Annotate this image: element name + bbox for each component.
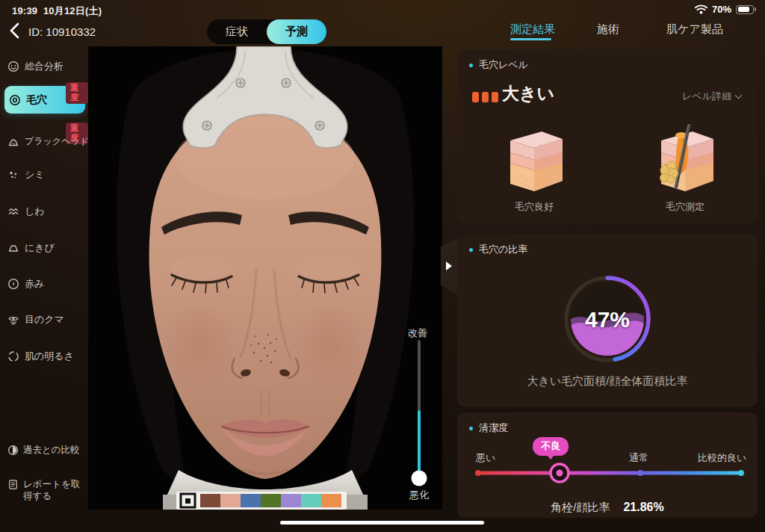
patient-id: ID: 10910332 <box>28 25 96 38</box>
metric-row: 角栓/顔比率21.86% <box>457 501 758 515</box>
level-square <box>472 92 479 102</box>
pore-ratio-gauge: 47% <box>558 270 657 368</box>
sidebar-item-label: レポートを取得する <box>23 478 81 502</box>
sidebar-item-label: 毛穴 <box>26 93 47 107</box>
redness-icon <box>7 278 19 290</box>
sidebar-item-label: 過去との比較 <box>23 444 80 456</box>
pore-level-value: 大きい <box>502 82 554 105</box>
pore-ratio-card: 毛穴の比率 47% 大きい毛穴面積/顔全体面積比率 <box>457 234 758 407</box>
tab-skincare[interactable]: 肌ケア製品 <box>666 22 723 37</box>
sidebar-item-label: 目のクマ <box>25 313 64 327</box>
wifi-icon <box>695 4 707 14</box>
tab-treatment[interactable]: 施術 <box>597 22 619 37</box>
bullet-icon <box>469 64 473 67</box>
toggle-prediction[interactable]: 予測 <box>267 19 326 44</box>
sidebar-item-label: 肌の明るさ <box>25 350 74 363</box>
sidebar-item-overall[interactable]: 総合分析 <box>7 60 64 73</box>
sidebar-item-spots[interactable]: シミ <box>7 168 45 182</box>
sidebar-item-acne[interactable]: にきび <box>7 241 55 255</box>
back-button[interactable] <box>9 22 25 42</box>
chevron-down-icon <box>735 92 743 99</box>
status-bar: 19:39 10月12日(土) 70% <box>0 0 765 19</box>
panel-expand-handle[interactable] <box>439 235 457 297</box>
bullet-icon <box>469 427 473 430</box>
level-square <box>482 92 489 102</box>
active-tab-underline <box>510 38 551 40</box>
sidebar-item-wrinkles[interactable]: しわ <box>7 205 45 218</box>
clock-and-date: 19:39 10月12日(土) <box>12 4 102 18</box>
severity-badge-pores: 重度 <box>66 82 88 104</box>
level-detail-button[interactable]: レベル詳細 <box>682 90 741 103</box>
face-photo-viewer: 改善 悪化 <box>88 46 442 510</box>
pore-ratio-title: 毛穴の比率 <box>479 243 527 256</box>
prediction-slider[interactable] <box>411 338 427 500</box>
cleanliness-slider[interactable] <box>472 462 747 484</box>
dark-circle-icon <box>7 314 19 326</box>
sidebar-item-label: シミ <box>25 168 45 182</box>
face-analysis-icon <box>7 61 19 72</box>
pore-good-illustration: 毛穴良好 <box>493 124 575 214</box>
battery-percent: 70% <box>712 4 731 15</box>
result-tabs: 測定結果 施術 肌ケア製品 <box>478 21 762 46</box>
pore-level-card: 毛穴レベル 大きい レベル詳細 <box>457 49 758 224</box>
skin-cube-good-icon <box>503 124 566 193</box>
acne-icon <box>7 242 19 254</box>
cleanliness-title: 清潔度 <box>479 421 508 435</box>
back-chevron-icon <box>9 22 19 39</box>
status-date: 10月12日(土) <box>43 5 102 16</box>
pore-level-indicator <box>472 92 498 102</box>
sidebar-item-label: 総合分析 <box>25 60 64 73</box>
sidebar-item-dark-circles[interactable]: 目のクマ <box>7 313 64 327</box>
sidebar-item-compare-history[interactable]: 過去との比較 <box>7 444 80 456</box>
sidebar-item-label: ブラックヘッド <box>25 135 89 148</box>
metric-label: 角栓/顔比率 <box>551 501 610 513</box>
battery-icon <box>736 5 756 14</box>
sidebar-item-label: しわ <box>25 205 45 218</box>
sidebar-item-label: にきび <box>25 241 55 255</box>
blackhead-icon <box>7 136 19 148</box>
skin-cube-measure-icon <box>654 124 716 193</box>
face-photo <box>88 46 442 510</box>
cleanliness-status-bubble: 不良 <box>533 437 569 456</box>
wrinkle-icon <box>7 205 19 217</box>
pore-good-caption: 毛穴良好 <box>493 200 575 214</box>
slider-worsen-label: 悪化 <box>409 489 429 502</box>
level-square <box>492 92 498 102</box>
sidebar-item-blackhead[interactable]: ブラックヘッド <box>7 135 89 148</box>
metric-value: 21.86% <box>623 501 663 513</box>
sidebar-item-redness[interactable]: 赤み <box>7 277 44 291</box>
bullet-icon <box>469 248 473 252</box>
home-indicator[interactable] <box>280 521 484 525</box>
sidebar: 総合分析 毛穴 重度 重度 ブラックヘッド シミ しわ <box>0 46 88 532</box>
mode-toggle: 症状 予測 <box>207 19 326 44</box>
sidebar-item-brightness[interactable]: 肌の明るさ <box>7 350 74 363</box>
pore-measure-caption: 毛穴測定 <box>644 200 726 214</box>
sidebar-item-label: 赤み <box>25 277 44 291</box>
status-time: 19:39 <box>12 5 37 16</box>
report-icon <box>7 479 19 490</box>
compare-icon <box>7 445 19 456</box>
tab-results[interactable]: 測定結果 <box>510 22 555 37</box>
pore-icon <box>9 94 21 106</box>
brightness-icon <box>7 350 19 362</box>
toggle-symptom[interactable]: 症状 <box>207 19 267 44</box>
slider-knob <box>412 471 427 486</box>
cleanliness-card: 清潔度 悪い 通常 比較的良い 角栓/顔比率21.86% <box>457 412 758 518</box>
pore-ratio-percent: 47% <box>558 307 657 332</box>
pore-level-title: 毛穴レベル <box>479 58 528 72</box>
spots-icon <box>7 169 19 181</box>
sidebar-item-get-report[interactable]: レポートを取得する <box>7 478 81 502</box>
pore-measure-illustration: 毛穴測定 <box>644 124 726 214</box>
pore-ratio-caption: 大きい毛穴面積/顔全体面積比率 <box>457 374 758 389</box>
